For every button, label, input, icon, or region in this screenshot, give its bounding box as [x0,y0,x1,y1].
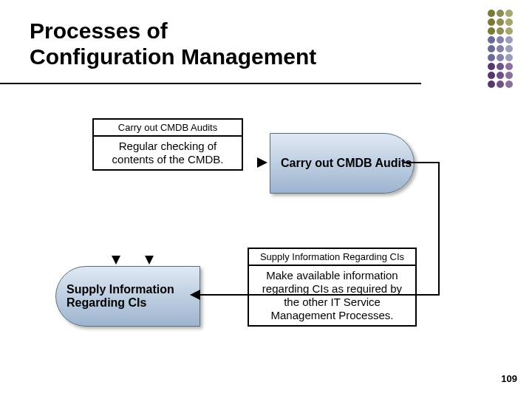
process-label: Carry out CMDB Audits [281,157,412,170]
dot-logo-icon [487,9,514,89]
title-line-2: Configuration Management [30,44,316,69]
page-number: 109 [501,373,517,384]
connector-line [200,294,439,296]
title-underline [0,83,421,84]
arrow-left-icon [190,290,200,300]
callout-title: Carry out CMDB Audits [94,120,242,137]
callout-title: Supply Information Regarding CIs [249,249,415,266]
callout-body: Make available information regarding CIs… [249,266,415,325]
process-supply-information: Supply Information Regarding CIs [55,266,200,327]
arrow-down-icon [112,256,120,265]
callout-body: Regular checking of contents of the CMDB… [94,137,242,169]
callout-supply-info: Supply Information Regarding CIs Make av… [248,248,417,327]
title-line-1: Processes of [30,18,168,43]
page-title: Processes of Configuration Management [30,18,316,69]
arrow-right-icon [257,157,267,168]
connector-line [403,162,440,163]
process-label: Supply Information Regarding CIs [66,283,200,310]
callout-cmdb-audits: Carry out CMDB Audits Regular checking o… [92,118,243,171]
connector-line [438,162,440,296]
arrow-down-icon [145,256,154,265]
process-carry-out-cmdb-audits: Carry out CMDB Audits [270,133,415,194]
